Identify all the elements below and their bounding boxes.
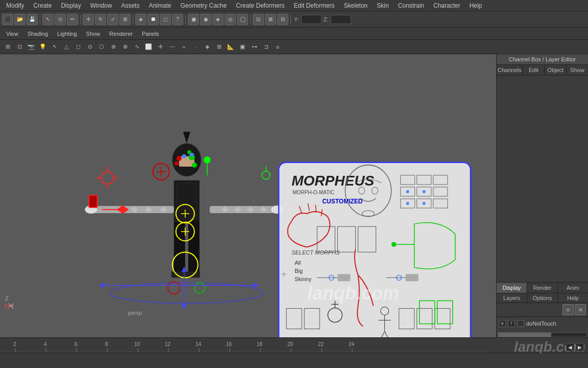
layer-t-checkbox[interactable]: T — [508, 320, 515, 327]
layer-icons: ≡ ✕ — [497, 303, 588, 317]
menu-constrain[interactable]: Constrain — [394, 1, 428, 10]
svg-text:20: 20 — [287, 341, 293, 347]
lighting-btn[interactable]: Lighting — [53, 30, 81, 38]
toolbar-select[interactable]: ↖ — [42, 14, 54, 25]
toolbar-move[interactable]: ✛ — [83, 14, 94, 25]
menu-help[interactable]: Help — [465, 1, 486, 10]
tab-show[interactable]: Show — [567, 65, 588, 75]
icon-misc[interactable]: ≡ — [272, 41, 283, 53]
icon-joint[interactable]: ⊕ — [108, 41, 119, 53]
toolbar-anim2[interactable]: ⊠ — [265, 14, 276, 25]
toolbar-transform[interactable]: ⊞ — [119, 14, 131, 25]
toolbar-render3[interactable]: ◈ — [212, 14, 224, 25]
icon-deform[interactable]: ⊙ — [84, 41, 95, 53]
menu-animate[interactable]: Animate — [144, 1, 175, 10]
right-panel: Channel Box / Layer Editor Channels Edit… — [496, 54, 588, 337]
icon-pivot[interactable]: ⊶ — [249, 41, 260, 53]
toolbar-render1[interactable]: ▣ — [188, 14, 199, 25]
toolbar-scale[interactable]: ⤢ — [107, 14, 118, 25]
z-input[interactable] — [331, 15, 351, 24]
svg-text:10: 10 — [134, 341, 140, 347]
icon-manip[interactable]: ✛ — [155, 41, 166, 53]
icon-ncloth[interactable]: ◈ — [202, 41, 213, 53]
toolbar-snap2[interactable]: ◻ — [160, 14, 171, 25]
svg-text:CUSTOMIZED: CUSTOMIZED — [322, 198, 363, 205]
toolbar-rotate[interactable]: ↻ — [95, 14, 106, 25]
icon-poly[interactable]: △ — [61, 41, 72, 53]
icon-tex[interactable]: ⬜ — [143, 41, 154, 53]
tab-render[interactable]: Render — [527, 283, 558, 293]
icon-curve[interactable]: ∿ — [131, 41, 142, 53]
menu-assets[interactable]: Assets — [117, 1, 143, 10]
svg-point-111 — [392, 242, 396, 246]
menu-character[interactable]: Character — [429, 1, 464, 10]
tab-object[interactable]: Object — [545, 65, 567, 75]
menu-display[interactable]: Display — [57, 1, 85, 10]
icon-select[interactable]: ↖ — [49, 41, 60, 53]
renderer-btn[interactable]: Renderer — [105, 30, 137, 38]
toolbar-snap[interactable]: 🔲 — [148, 14, 159, 25]
icon-iso[interactable]: ⬡ — [96, 41, 107, 53]
tab-anim[interactable]: Anim — [558, 283, 588, 293]
icon-select2[interactable]: ⊐ — [260, 41, 272, 53]
menu-modify[interactable]: Modify — [2, 1, 28, 10]
play-prev-btn[interactable]: ◀ — [566, 343, 574, 351]
svg-point-30 — [204, 157, 210, 163]
menu-skin[interactable]: Skin — [373, 1, 393, 10]
menu-editdeformers[interactable]: Edit Deformers — [290, 1, 339, 10]
channel-box-header: Channel Box / Layer Editor — [497, 54, 588, 65]
tab-channels[interactable]: Channels — [497, 65, 523, 75]
svg-point-76 — [406, 190, 409, 193]
icon-grid[interactable]: ⊞ — [2, 41, 13, 53]
tab-edit[interactable]: Edit — [523, 65, 545, 75]
menu-create[interactable]: Create — [29, 1, 56, 10]
layer-content: V T doNotTouch — [497, 317, 588, 330]
toolbar-btn-3[interactable]: 💾 — [27, 14, 38, 25]
toolbar-paint[interactable]: ✏ — [67, 14, 78, 25]
menu-createdeformers[interactable]: Create Deformers — [232, 1, 288, 10]
toolbar-render2[interactable]: ◉ — [200, 14, 211, 25]
icon-frame[interactable]: ⊡ — [14, 41, 25, 53]
icon-nurbs[interactable]: ◻ — [72, 41, 84, 53]
toolbar-help[interactable]: ? — [172, 14, 183, 25]
toolbar-lasso[interactable]: ⊙ — [55, 14, 66, 25]
view-btn[interactable]: View — [2, 30, 22, 38]
shading-btn[interactable]: Shading — [23, 30, 52, 38]
menu-skeleton[interactable]: Skeleton — [340, 1, 372, 10]
play-next-btn[interactable]: ▶ — [576, 343, 584, 351]
toolbar-render5[interactable]: ◯ — [237, 14, 248, 25]
layer-new-icon[interactable]: ≡ — [562, 304, 574, 315]
viewport[interactable]: MORPHEUS MORPH-O-MATIC CUSTOMIZED — [0, 54, 496, 337]
timeline-ruler[interactable]: 2 4 6 8 10 12 14 1 — [0, 338, 588, 353]
icon-hud[interactable]: ▣ — [237, 41, 248, 53]
svg-rect-10 — [174, 221, 185, 272]
svg-text:MORPH-O-MATIC: MORPH-O-MATIC — [292, 190, 334, 195]
icon-hair[interactable]: 〰 — [166, 41, 178, 53]
tab-layers[interactable]: Layers — [497, 293, 527, 303]
toolbar-anim1[interactable]: ⊡ — [253, 14, 264, 25]
icon-fluid[interactable]: ≈ — [178, 41, 189, 53]
tab-layer-help[interactable]: Help — [558, 293, 588, 303]
toolbar-btn-2[interactable]: 📂 — [14, 14, 26, 25]
menu-window[interactable]: Window — [86, 1, 116, 10]
icon-ik[interactable]: ⊗ — [119, 41, 131, 53]
icon-camera[interactable]: 📷 — [26, 41, 37, 53]
toolbar-anim3[interactable]: ⊟ — [277, 14, 288, 25]
layer-del-icon[interactable]: ✕ — [575, 304, 586, 315]
timeline-track[interactable] — [0, 353, 588, 368]
toolbar-sep-4 — [185, 14, 186, 25]
panels-btn[interactable]: Panels — [138, 30, 163, 38]
y-input[interactable] — [301, 15, 322, 24]
toolbar-soft[interactable]: ◈ — [135, 14, 146, 25]
icon-particle[interactable]: · — [190, 41, 201, 53]
layer-v-checkbox[interactable]: V — [499, 320, 506, 327]
icon-dim[interactable]: 📐 — [225, 41, 236, 53]
menu-geocache[interactable]: Geometry Cache — [176, 1, 231, 10]
icon-nrig[interactable]: ⊞ — [213, 41, 225, 53]
tab-display[interactable]: Display — [497, 283, 527, 293]
show-btn[interactable]: Show — [82, 30, 105, 38]
toolbar-btn-1[interactable]: ⬛ — [2, 14, 13, 25]
toolbar-render4[interactable]: ◎ — [225, 14, 236, 25]
icon-light[interactable]: 💡 — [37, 41, 48, 53]
tab-options[interactable]: Options — [527, 293, 558, 303]
